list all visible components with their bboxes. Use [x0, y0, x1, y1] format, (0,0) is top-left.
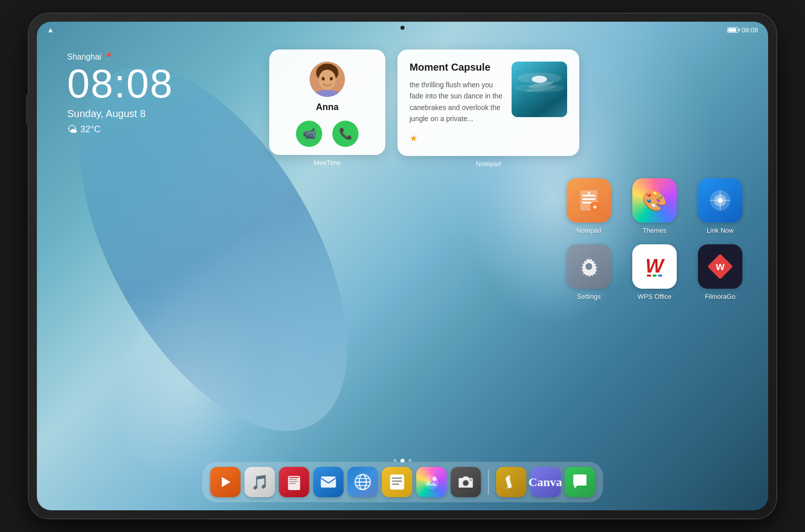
location-icon: 📍 — [104, 52, 114, 62]
pen-icon — [503, 473, 519, 491]
battery-fill — [728, 28, 736, 32]
tablet-screen: ▲ 08:08 Shanghai 📍 08:08 Sunday, August … — [37, 22, 768, 510]
dock-icon-video[interactable] — [210, 467, 240, 497]
themes-icon-inner: 🎨 — [632, 178, 677, 223]
camera-icon — [457, 474, 474, 490]
filmora-icon-inner: w — [698, 244, 742, 289]
app-grid: Notepad 🎨 Themes — [561, 178, 748, 300]
status-time: 08:08 — [741, 26, 758, 34]
dock-separator — [488, 469, 489, 495]
email-icon — [320, 475, 336, 489]
weather-icon: 🌤 — [67, 124, 77, 135]
svg-point-2 — [319, 70, 336, 90]
notepad-title: Moment Capsule — [410, 62, 504, 73]
svg-point-39 — [470, 479, 472, 481]
meetime-widget[interactable]: Anna 📹 📞 — [269, 49, 385, 155]
app-label-filmora: FilmoraGo — [705, 293, 736, 300]
notepad-app-icon-svg — [576, 188, 601, 213]
app-icon-filmora: w — [698, 244, 742, 289]
linknow-icon-svg — [708, 188, 733, 213]
svg-point-3 — [322, 77, 325, 81]
contact-name: Anna — [316, 102, 339, 113]
dock-icon-music[interactable]: 🎵 — [244, 467, 275, 497]
app-item-settings[interactable]: Settings — [561, 244, 617, 300]
meetime-widget-container: Anna 📹 📞 MeeTime — [269, 49, 385, 168]
dock-icon-camera[interactable] — [450, 467, 481, 497]
notepad-image — [512, 62, 567, 117]
svg-rect-8 — [582, 198, 595, 200]
app-icon-wps: W — [632, 244, 677, 289]
dock-icon-messages[interactable] — [565, 467, 595, 497]
app-label-notepad: Notepad — [576, 227, 601, 234]
svg-rect-22 — [289, 479, 297, 480]
svg-rect-33 — [392, 481, 402, 482]
svg-rect-25 — [321, 476, 336, 488]
dock-icon-penpaper[interactable] — [496, 467, 526, 497]
svg-marker-19 — [222, 477, 230, 487]
app-item-filmora[interactable]: w FilmoraGo — [692, 244, 748, 300]
status-left: ▲ — [47, 26, 54, 34]
notepad-label: Notepad — [476, 160, 500, 168]
app-icon-linknow — [698, 178, 742, 223]
notepad-star: ★ — [410, 133, 504, 144]
dock-icon-notes[interactable] — [382, 467, 412, 497]
music-note-icon: 🎵 — [251, 474, 269, 491]
dock-icon-gallery[interactable] — [416, 467, 446, 497]
dock-icon-canva[interactable]: Canva — [530, 467, 561, 497]
contact-avatar — [310, 62, 345, 97]
notepad-widget-container: Moment Capsule the thrilling flush when … — [397, 49, 579, 168]
svg-rect-21 — [289, 477, 299, 478]
svg-point-18 — [585, 263, 592, 270]
svg-rect-23 — [289, 481, 298, 482]
call-buttons: 📹 📞 — [296, 121, 359, 147]
notepad-content: Moment Capsule the thrilling flush when … — [410, 62, 504, 144]
app-icon-settings — [567, 244, 611, 289]
svg-rect-10 — [587, 192, 590, 196]
temperature: 32°C — [80, 124, 100, 135]
date-display: Sunday, August 8 — [67, 108, 173, 120]
city-label: Shanghai 📍 — [67, 52, 173, 62]
app-item-themes[interactable]: 🎨 Themes — [627, 178, 682, 234]
gear-icon — [578, 255, 600, 278]
book-icon — [286, 474, 302, 490]
app-item-wps[interactable]: W WPS Office — [627, 244, 682, 300]
svg-rect-32 — [392, 477, 402, 479]
weather-display: 🌤 32°C — [67, 124, 173, 135]
app-label-wps: WPS Office — [638, 293, 672, 300]
notepad-text: the thrilling flush when you fade into t… — [410, 79, 504, 125]
dock-icon-email[interactable] — [313, 467, 343, 497]
messages-icon — [571, 473, 588, 491]
widgets-area: Anna 📹 📞 MeeTime Moment C — [269, 49, 748, 168]
video-call-button[interactable]: 📹 — [296, 121, 322, 147]
voice-call-button[interactable]: 📞 — [332, 121, 359, 147]
gallery-icon — [423, 474, 439, 490]
filmora-w-letter: w — [716, 260, 724, 273]
app-icon-themes: 🎨 — [632, 178, 677, 223]
meetime-label: MeeTime — [314, 159, 341, 167]
avatar-svg — [310, 62, 345, 97]
status-right: 08:08 — [727, 26, 758, 34]
app-label-linknow: Link Now — [707, 227, 733, 234]
svg-point-35 — [424, 475, 438, 489]
app-item-notepad[interactable]: Notepad — [561, 178, 617, 234]
dock-main-section: 🎵 — [210, 467, 481, 497]
svg-rect-9 — [582, 202, 591, 203]
svg-point-4 — [330, 77, 333, 81]
camera — [400, 26, 405, 30]
svg-rect-31 — [390, 474, 404, 490]
notepad-widget[interactable]: Moment Capsule the thrilling flush when … — [397, 49, 579, 156]
app-label-settings: Settings — [577, 293, 601, 300]
svg-point-36 — [432, 477, 436, 481]
tablet-device: ▲ 08:08 Shanghai 📍 08:08 Sunday, August … — [29, 14, 776, 518]
play-icon — [218, 474, 233, 490]
dock-icon-reader[interactable] — [279, 467, 309, 497]
dock-icon-browser[interactable] — [347, 467, 378, 497]
notes-icon — [389, 473, 405, 491]
voice-call-icon: 📞 — [339, 127, 353, 140]
app-item-linknow[interactable]: Link Now — [692, 178, 748, 234]
svg-point-38 — [464, 481, 468, 485]
battery-body — [727, 27, 738, 33]
canva-text: Canva — [528, 475, 562, 489]
wifi-icon: ▲ — [47, 26, 54, 34]
svg-rect-13 — [594, 205, 595, 209]
